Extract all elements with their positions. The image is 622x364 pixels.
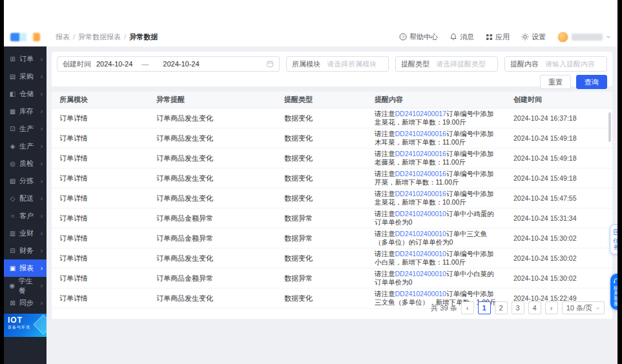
inventory-icon: ▦ xyxy=(9,108,16,115)
cell-alert: 订单商品发生变化 xyxy=(149,112,276,125)
app-inner: 报表 / 异常数据报表 / 异常数据 ? 帮助中心 消息 xyxy=(4,0,617,364)
date-range-input[interactable]: 创建时间 2024-10-24 — 2024-10-24 xyxy=(57,56,280,72)
sidebar-item-sync[interactable]: ⊠同步› xyxy=(4,294,47,312)
page-button-4[interactable]: 4 xyxy=(528,301,541,314)
date-end-value: 2024-10-24 xyxy=(163,60,199,68)
student-meal-icon: ◉ xyxy=(9,282,16,289)
user-menu[interactable] xyxy=(557,32,611,43)
sidebar-item-biz-finance[interactable]: ▥业财› xyxy=(4,225,47,242)
alert-type-select[interactable]: 提醒类型 请选择提醒类型 xyxy=(395,56,498,72)
order-icon: ⊞ xyxy=(9,56,16,63)
cell-module: 订单详情 xyxy=(52,132,149,145)
order-number-link[interactable]: DD24102400017 xyxy=(395,110,446,117)
cell-module: 订单详情 xyxy=(52,172,149,185)
iot-brand-widget: IOT 设备与环境 xyxy=(4,314,47,337)
cell-created-time: 2024-10-24 15:49:18 xyxy=(506,173,610,183)
help-center-button[interactable]: ? 帮助中心 xyxy=(399,32,438,42)
sidebar-item-quality[interactable]: ◎质检› xyxy=(4,155,47,172)
cell-alert: 订单商品金额异常 xyxy=(149,212,276,225)
cell-module: 订单详情 xyxy=(52,192,149,205)
production-icon: ⊡ xyxy=(9,125,16,132)
order-number-link[interactable]: DD24102400016 xyxy=(395,170,446,177)
sidebar-item-customer[interactable]: ○客户› xyxy=(4,207,47,225)
question-circle-icon: ? xyxy=(399,33,407,41)
cell-content: 请注意DD24102400010订单中三文鱼（多单位）的订单单价为0 xyxy=(367,228,506,248)
chevron-right-icon: › xyxy=(41,195,43,202)
pagination-pages: 1234 xyxy=(478,301,541,314)
sidebar-item-label: 学生餐 xyxy=(19,276,37,296)
page-button-2[interactable]: 2 xyxy=(495,301,508,314)
sidebar-item-sorting[interactable]: ▧分拣› xyxy=(4,172,47,190)
messages-label: 消息 xyxy=(460,32,474,42)
cell-content: 请注意DD24102400016订单编号中添加木耳菜，新增下单数：11.00斤 xyxy=(367,128,506,148)
sidebar-item-finance[interactable]: ⊟财务› xyxy=(4,242,47,259)
search-button[interactable]: 查询 xyxy=(576,75,607,89)
cell-alert: 订单商品金额异常 xyxy=(149,232,276,245)
page-size-select[interactable]: 10 条/页 xyxy=(562,301,605,314)
sidebar-item-production-1[interactable]: ⊡生产› xyxy=(4,120,47,137)
breadcrumb-item[interactable]: 异常数据报表 xyxy=(78,32,121,42)
order-number-link[interactable]: DD24102400010 xyxy=(395,290,446,298)
sidebar-item-delivery[interactable]: ◇配送› xyxy=(4,190,47,207)
page-button-1[interactable]: 1 xyxy=(478,301,491,314)
cell-content: 请注意DD24102400016订单编号中添加芹菜，新增下单数：11.00斤 xyxy=(367,168,506,188)
customer-icon: ○ xyxy=(9,212,16,219)
sorting-icon: ▧ xyxy=(9,177,16,185)
sidebar-item-label: 分拣 xyxy=(19,176,34,186)
order-number-link[interactable]: DD24102400010 xyxy=(395,270,446,278)
cell-created-time: 2024-10-24 15:30:02 xyxy=(506,253,610,263)
order-number-link[interactable]: DD24102400010 xyxy=(395,210,446,217)
report-icon: ▣ xyxy=(9,265,16,272)
page-size-value: 10 条/页 xyxy=(566,303,592,313)
sidebar-item-inventory[interactable]: ▦库存› xyxy=(4,103,47,120)
module-select-placeholder: 请选择所属模块 xyxy=(327,59,377,69)
order-number-link[interactable]: DD24102400016 xyxy=(395,130,446,137)
sidebar-item-production-2[interactable]: ◈生产› xyxy=(4,137,47,155)
column-header: 异常提醒 xyxy=(149,95,276,105)
cell-alert: 订单商品金额异常 xyxy=(149,272,276,285)
order-number-link[interactable]: DD24102400016 xyxy=(395,190,446,197)
messages-button[interactable]: 消息 xyxy=(450,32,474,42)
gear-icon xyxy=(521,33,529,41)
sync-icon: ⊠ xyxy=(9,299,16,307)
order-number-link[interactable]: DD24102400010 xyxy=(395,230,446,238)
settings-button[interactable]: 设置 xyxy=(521,32,546,42)
chevron-right-icon: › xyxy=(41,160,43,167)
app-window: 报表 / 异常数据报表 / 异常数据 ? 帮助中心 消息 xyxy=(0,0,622,364)
sidebar-item-order[interactable]: ⊞订单› xyxy=(4,50,47,68)
brand-logo xyxy=(4,33,47,41)
table-row: 订单详情订单商品发生变化数据变化请注意DD24102400016订单编号中添加韭… xyxy=(52,188,612,208)
order-number-link[interactable]: DD24102400010 xyxy=(395,250,446,258)
chevron-down-icon xyxy=(606,34,611,39)
delivery-icon: ◇ xyxy=(9,195,16,202)
page-button-3[interactable]: 3 xyxy=(512,301,524,314)
date-range-label: 创建时间 xyxy=(63,59,91,69)
sidebar-item-report[interactable]: ▣报表› xyxy=(4,259,47,277)
breadcrumb-item[interactable]: 报表 xyxy=(56,32,70,42)
cell-module: 订单详情 xyxy=(52,252,149,265)
column-header: 所属模块 xyxy=(52,95,149,105)
cell-created-time: 2024-10-24 15:31:34 xyxy=(506,213,610,223)
chevron-right-icon: › xyxy=(41,265,43,272)
sidebar-item-student-meal[interactable]: ◉学生餐› xyxy=(4,277,47,294)
sidebar-item-label: 报表 xyxy=(19,263,34,273)
sidebar-item-storage[interactable]: ◧仓储› xyxy=(4,85,47,103)
alert-content-label: 提醒内容 xyxy=(510,59,539,69)
chevron-right-icon: › xyxy=(41,212,43,219)
sidebar-item-purchase[interactable]: ▤采购› xyxy=(4,68,47,85)
reset-button[interactable]: 重置 xyxy=(540,75,571,89)
table-row: 订单详情订单商品发生变化数据变化请注意DD24102400016订单编号中添加木… xyxy=(52,128,612,148)
column-header: 创建时间 xyxy=(506,95,610,105)
prev-page-button[interactable]: ‹ xyxy=(461,301,474,314)
table-row: 订单详情订单商品发生变化数据变化请注意DD24102400010订单编号中添加小… xyxy=(52,248,612,268)
next-page-button[interactable]: › xyxy=(545,301,558,314)
column-header: 提醒内容 xyxy=(367,95,506,105)
table-row: 订单详情订单商品金额异常数据异常请注意DD24102400010订单中三文鱼（多… xyxy=(52,228,612,248)
apps-button[interactable]: 应用 xyxy=(486,32,510,42)
module-select[interactable]: 所属模块 请选择所属模块 xyxy=(286,56,389,72)
order-number-link[interactable]: DD24102400016 xyxy=(395,150,446,157)
alert-content-input[interactable]: 提醒内容 请输入提醒内容 xyxy=(504,56,607,72)
scrollbar-thumb[interactable] xyxy=(608,112,611,142)
cell-type: 数据异常 xyxy=(276,232,367,245)
chevron-right-icon: › xyxy=(41,125,43,132)
